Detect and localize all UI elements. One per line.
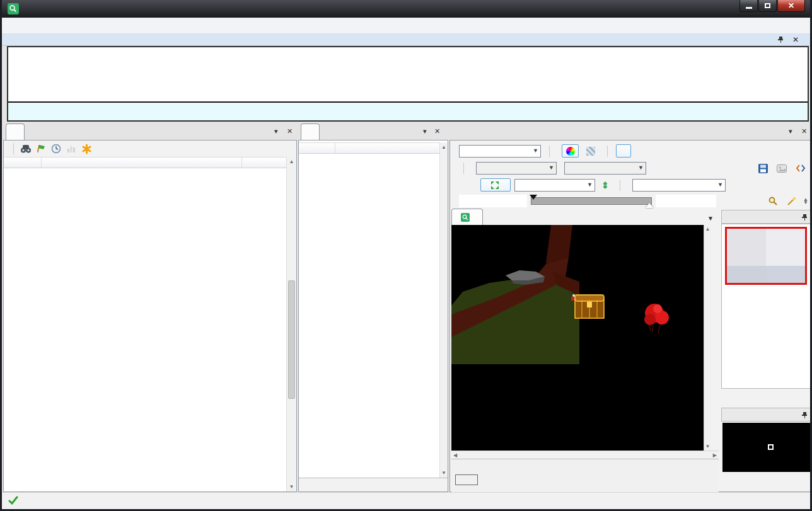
range-max-field[interactable] — [656, 195, 716, 207]
find-event-icon[interactable] — [18, 142, 33, 155]
range-toolbar: ▲▼ — [455, 195, 808, 207]
scrollbar-thumb[interactable] — [288, 280, 295, 399]
scroll-right-icon[interactable]: ▶ — [713, 452, 717, 458]
range-slider[interactable] — [531, 196, 652, 206]
toolbar-separator — [607, 146, 608, 157]
channels-select[interactable]: ▼ — [459, 145, 541, 158]
bookmark-star-icon[interactable] — [79, 142, 94, 155]
chevron-down-icon: ▼ — [533, 147, 538, 154]
timeline-close-icon[interactable]: ✕ — [792, 35, 799, 44]
outputs-list — [721, 224, 812, 389]
renderdoc-logo-icon — [8, 3, 19, 14]
scroll-down-icon[interactable]: ▼ — [287, 484, 296, 490]
thumbnail-label — [727, 266, 805, 283]
close-icon: ✕ — [788, 2, 794, 9]
column-api-call[interactable] — [335, 143, 439, 153]
autofit-wand-icon[interactable] — [784, 195, 799, 207]
pin-icon[interactable] — [801, 411, 808, 421]
chevron-down-icon: ▼ — [638, 164, 644, 171]
column-name[interactable] — [42, 158, 242, 168]
tab-event-browser[interactable] — [6, 123, 25, 140]
texture-tabbar: ▼ — [451, 210, 719, 225]
fit-arrows-icon — [491, 181, 499, 189]
zoom-1to1-button[interactable] — [459, 178, 477, 192]
pixel-context-view[interactable] — [722, 423, 811, 472]
toolbar-overflow-icon[interactable]: ▲▼ — [803, 198, 808, 204]
api-calls-scrollbar[interactable]: ▲ ▼ — [439, 142, 448, 478]
right-panel-tabbar: ▾ ✕ — [452, 123, 811, 140]
texture-viewer-panel: ▼ ▼ ▼ ▼ ⇕ — [450, 140, 812, 492]
open-link-icon[interactable] — [774, 162, 789, 175]
range-track — [531, 197, 652, 205]
pixel-picker-icon[interactable] — [765, 195, 780, 207]
texture-statusbar — [451, 459, 719, 493]
minimize-icon — [746, 7, 752, 9]
column-duration[interactable] — [242, 158, 286, 168]
api-calls-panel: ▲ ▼ — [298, 140, 448, 492]
texture-list-dropdown-icon[interactable]: ▼ — [707, 215, 714, 222]
scroll-up-icon[interactable]: ▲ — [704, 226, 711, 232]
color-wheel-button[interactable] — [562, 144, 579, 158]
texture-vscrollbar[interactable]: ▲ ▼ — [704, 225, 711, 451]
scroll-left-icon[interactable]: ◀ — [453, 452, 457, 458]
outputs-inputs-tabbar — [721, 389, 812, 405]
gamma-button[interactable] — [616, 144, 631, 158]
maximize-button[interactable] — [758, 0, 777, 12]
api-calls-tabbar: ▾ ✕ — [301, 123, 446, 140]
treasure-chest — [571, 294, 604, 318]
event-browser-tabbar: ▾ ✕ — [6, 123, 297, 140]
pin-icon[interactable] — [801, 214, 808, 223]
event-browser-menu-icon[interactable]: ▾ — [274, 127, 278, 135]
maximize-icon — [765, 3, 770, 8]
timeline-panel-header: ✕ — [2, 34, 810, 46]
toolbar-separator — [620, 180, 620, 191]
scroll-down-icon[interactable]: ▼ — [704, 444, 711, 449]
mip-select[interactable]: ▼ — [476, 162, 557, 175]
scroll-up-icon[interactable]: ▲ — [287, 159, 296, 164]
minimize-button[interactable] — [740, 0, 758, 12]
range-min-field[interactable] — [459, 195, 527, 207]
column-eid[interactable] — [4, 158, 42, 168]
range-white-handle[interactable] — [646, 199, 653, 208]
close-button[interactable]: ✕ — [777, 0, 805, 12]
column-eid[interactable] — [299, 143, 335, 153]
zoom-select[interactable]: ▼ — [514, 179, 595, 192]
flip-y-icon[interactable]: ⇕ — [599, 180, 612, 190]
texture-display[interactable]: ▲ ▼ — [451, 225, 711, 451]
scroll-up-icon[interactable]: ▲ — [440, 144, 448, 150]
event-browser-scrollbar[interactable]: ▲ ▼ — [286, 157, 296, 491]
custom-shader-icon[interactable] — [793, 162, 808, 175]
callstack-tab[interactable] — [299, 478, 448, 491]
tab-unbound[interactable] — [451, 209, 483, 225]
overlay-select[interactable]: ▼ — [632, 179, 726, 192]
event-browser-close-icon[interactable]: ✕ — [287, 127, 293, 135]
timeline-pin-icon[interactable] — [777, 36, 784, 45]
right-panel-close-icon[interactable]: ✕ — [801, 127, 807, 135]
subresource-toolbar: ▼ ▼ — [455, 162, 808, 175]
menubar — [2, 18, 810, 34]
checkerboard-button[interactable] — [583, 144, 599, 158]
right-panel-menu-icon[interactable]: ▾ — [789, 127, 792, 135]
api-calls-menu-icon[interactable]: ▾ — [423, 127, 427, 135]
scroll-down-icon[interactable]: ▼ — [440, 470, 448, 476]
tab-api-calls[interactable] — [301, 123, 320, 140]
range-black-handle[interactable] — [530, 195, 537, 204]
checkerboard-icon — [586, 147, 595, 156]
api-calls-close-icon[interactable]: ✕ — [434, 127, 440, 135]
pixel-context-buttons — [721, 476, 812, 492]
event-browser-header — [4, 157, 286, 168]
api-calls-header — [299, 142, 439, 154]
toolbar-separator — [13, 143, 14, 154]
bookmark-flag-icon[interactable] — [33, 142, 49, 155]
texture-hscrollbar[interactable]: ◀ ▶ — [451, 451, 719, 459]
event-browser-toolbar — [4, 141, 296, 157]
outputs-panel-header — [721, 210, 812, 224]
stats-icon[interactable] — [64, 142, 79, 155]
save-texture-icon[interactable] — [755, 162, 770, 175]
time-durations-icon[interactable] — [49, 142, 64, 155]
sliceface-select[interactable]: ▼ — [564, 162, 646, 175]
output-thumbnail-fb0[interactable] — [725, 227, 807, 285]
zoom-fit-button[interactable] — [480, 178, 511, 192]
timeline-panel[interactable] — [7, 46, 809, 122]
event-browser-panel: ▲ ▼ — [3, 140, 297, 492]
